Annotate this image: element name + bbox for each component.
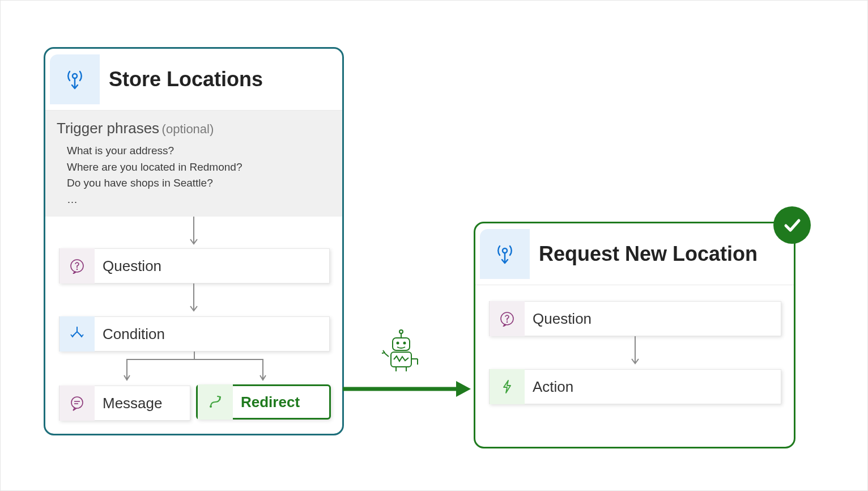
checkmark-icon [781, 214, 803, 236]
trigger-phrase: Where are you located in Redmond? [67, 159, 331, 176]
topic-card-store-locations: Store Locations Trigger phrases (optiona… [44, 47, 344, 435]
lightning-icon [490, 369, 525, 404]
node-action: Action [489, 369, 781, 404]
trigger-phrase: Do you have shops in Seattle? [67, 175, 331, 192]
redirect-connection-arrow [343, 378, 473, 400]
checkmark-badge [773, 206, 811, 244]
topic-header: Store Locations [45, 49, 342, 111]
flow-area-left: Question Condition [45, 217, 342, 443]
branch-icon [59, 316, 95, 352]
trigger-label: Trigger phrases [57, 120, 159, 137]
node-label: Question [95, 257, 161, 275]
message-bubble-icon [59, 386, 95, 421]
topic-icon-box [480, 229, 530, 279]
svg-point-4 [76, 269, 78, 270]
connector-arrow [629, 336, 641, 368]
svg-point-22 [503, 248, 507, 253]
topic-icon-box [50, 54, 100, 104]
topic-card-request-new-location: Request New Location Question [474, 222, 795, 448]
node-label: Redirect [233, 393, 300, 411]
node-condition: Condition [59, 316, 330, 352]
node-message: Message [59, 386, 190, 421]
diagram-container: Store Locations Trigger phrases (optiona… [1, 1, 867, 490]
connector-arrow [188, 217, 199, 248]
topic-header: Request New Location [475, 223, 794, 285]
svg-point-25 [507, 321, 508, 323]
node-question: Question [59, 248, 330, 283]
trigger-phrase: What is your address? [67, 143, 331, 159]
svg-point-15 [403, 342, 406, 345]
broadcast-icon [65, 68, 84, 91]
trigger-phrases-box: Trigger phrases (optional) What is your … [45, 111, 342, 217]
redirect-arrow-icon [198, 384, 233, 420]
node-label: Condition [95, 325, 165, 343]
node-label: Question [525, 310, 592, 328]
node-redirect: Redirect [196, 384, 331, 420]
flow-area-right: Question Action [475, 285, 794, 438]
trigger-optional: (optional) [162, 122, 214, 136]
node-label: Message [95, 395, 163, 412]
trigger-phrase: … [67, 192, 331, 208]
svg-line-17 [385, 353, 389, 357]
connector-arrow [188, 283, 199, 315]
svg-point-11 [399, 330, 403, 333]
svg-point-6 [71, 397, 83, 408]
question-bubble-icon [59, 248, 95, 283]
topic-title: Request New Location [539, 242, 758, 266]
node-question: Question [489, 301, 781, 336]
node-label: Action [525, 378, 573, 396]
connector-branch [59, 352, 330, 386]
broadcast-icon [495, 243, 514, 265]
svg-point-0 [73, 74, 77, 78]
trigger-label-row: Trigger phrases (optional) [57, 120, 331, 137]
svg-point-14 [397, 342, 399, 345]
trigger-phrase-list: What is your address? Where are you loca… [57, 143, 331, 208]
topic-title: Store Locations [109, 67, 263, 91]
robot-icon [380, 329, 422, 375]
svg-point-9 [210, 405, 212, 408]
question-bubble-icon [490, 301, 525, 336]
